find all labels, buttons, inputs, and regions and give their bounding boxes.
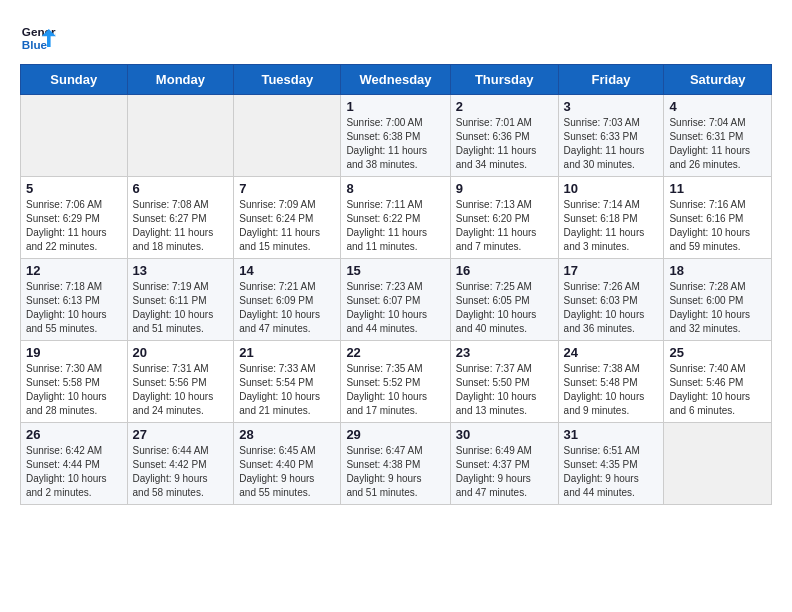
day-number: 3 xyxy=(564,99,659,114)
calendar-week-row: 5Sunrise: 7:06 AM Sunset: 6:29 PM Daylig… xyxy=(21,177,772,259)
calendar-cell xyxy=(21,95,128,177)
calendar-cell: 19Sunrise: 7:30 AM Sunset: 5:58 PM Dayli… xyxy=(21,341,128,423)
calendar-cell: 13Sunrise: 7:19 AM Sunset: 6:11 PM Dayli… xyxy=(127,259,234,341)
day-info: Sunrise: 6:49 AM Sunset: 4:37 PM Dayligh… xyxy=(456,444,553,500)
day-number: 10 xyxy=(564,181,659,196)
page-container: General Blue Sunday Monday Tuesday Wedne… xyxy=(20,20,772,505)
calendar-cell: 2Sunrise: 7:01 AM Sunset: 6:36 PM Daylig… xyxy=(450,95,558,177)
day-info: Sunrise: 7:11 AM Sunset: 6:22 PM Dayligh… xyxy=(346,198,444,254)
day-info: Sunrise: 6:42 AM Sunset: 4:44 PM Dayligh… xyxy=(26,444,122,500)
day-number: 25 xyxy=(669,345,766,360)
calendar-week-row: 12Sunrise: 7:18 AM Sunset: 6:13 PM Dayli… xyxy=(21,259,772,341)
logo-area: General Blue xyxy=(20,20,60,56)
day-info: Sunrise: 7:14 AM Sunset: 6:18 PM Dayligh… xyxy=(564,198,659,254)
calendar-cell: 22Sunrise: 7:35 AM Sunset: 5:52 PM Dayli… xyxy=(341,341,450,423)
calendar-cell: 1Sunrise: 7:00 AM Sunset: 6:38 PM Daylig… xyxy=(341,95,450,177)
calendar-cell: 26Sunrise: 6:42 AM Sunset: 4:44 PM Dayli… xyxy=(21,423,128,505)
day-number: 14 xyxy=(239,263,335,278)
day-number: 6 xyxy=(133,181,229,196)
day-info: Sunrise: 7:35 AM Sunset: 5:52 PM Dayligh… xyxy=(346,362,444,418)
svg-text:Blue: Blue xyxy=(22,38,48,51)
day-number: 15 xyxy=(346,263,444,278)
calendar-cell: 4Sunrise: 7:04 AM Sunset: 6:31 PM Daylig… xyxy=(664,95,772,177)
day-info: Sunrise: 7:40 AM Sunset: 5:46 PM Dayligh… xyxy=(669,362,766,418)
calendar-cell: 20Sunrise: 7:31 AM Sunset: 5:56 PM Dayli… xyxy=(127,341,234,423)
calendar-cell: 30Sunrise: 6:49 AM Sunset: 4:37 PM Dayli… xyxy=(450,423,558,505)
day-info: Sunrise: 7:25 AM Sunset: 6:05 PM Dayligh… xyxy=(456,280,553,336)
header-thursday: Thursday xyxy=(450,65,558,95)
weekday-header-row: Sunday Monday Tuesday Wednesday Thursday… xyxy=(21,65,772,95)
calendar-cell: 11Sunrise: 7:16 AM Sunset: 6:16 PM Dayli… xyxy=(664,177,772,259)
header-tuesday: Tuesday xyxy=(234,65,341,95)
day-number: 31 xyxy=(564,427,659,442)
calendar-cell: 24Sunrise: 7:38 AM Sunset: 5:48 PM Dayli… xyxy=(558,341,664,423)
day-info: Sunrise: 7:09 AM Sunset: 6:24 PM Dayligh… xyxy=(239,198,335,254)
day-number: 19 xyxy=(26,345,122,360)
calendar-cell: 28Sunrise: 6:45 AM Sunset: 4:40 PM Dayli… xyxy=(234,423,341,505)
day-number: 11 xyxy=(669,181,766,196)
day-info: Sunrise: 6:44 AM Sunset: 4:42 PM Dayligh… xyxy=(133,444,229,500)
day-number: 30 xyxy=(456,427,553,442)
day-info: Sunrise: 7:23 AM Sunset: 6:07 PM Dayligh… xyxy=(346,280,444,336)
day-info: Sunrise: 7:03 AM Sunset: 6:33 PM Dayligh… xyxy=(564,116,659,172)
header-sunday: Sunday xyxy=(21,65,128,95)
header-monday: Monday xyxy=(127,65,234,95)
day-number: 21 xyxy=(239,345,335,360)
calendar-cell: 12Sunrise: 7:18 AM Sunset: 6:13 PM Dayli… xyxy=(21,259,128,341)
day-number: 22 xyxy=(346,345,444,360)
day-number: 24 xyxy=(564,345,659,360)
logo-icon: General Blue xyxy=(20,20,56,56)
day-number: 7 xyxy=(239,181,335,196)
day-info: Sunrise: 7:04 AM Sunset: 6:31 PM Dayligh… xyxy=(669,116,766,172)
calendar-cell: 8Sunrise: 7:11 AM Sunset: 6:22 PM Daylig… xyxy=(341,177,450,259)
day-info: Sunrise: 7:21 AM Sunset: 6:09 PM Dayligh… xyxy=(239,280,335,336)
day-number: 13 xyxy=(133,263,229,278)
calendar-cell: 9Sunrise: 7:13 AM Sunset: 6:20 PM Daylig… xyxy=(450,177,558,259)
day-info: Sunrise: 7:38 AM Sunset: 5:48 PM Dayligh… xyxy=(564,362,659,418)
day-info: Sunrise: 7:33 AM Sunset: 5:54 PM Dayligh… xyxy=(239,362,335,418)
calendar-cell xyxy=(234,95,341,177)
calendar-cell: 17Sunrise: 7:26 AM Sunset: 6:03 PM Dayli… xyxy=(558,259,664,341)
day-number: 16 xyxy=(456,263,553,278)
day-number: 4 xyxy=(669,99,766,114)
calendar-cell: 21Sunrise: 7:33 AM Sunset: 5:54 PM Dayli… xyxy=(234,341,341,423)
header-saturday: Saturday xyxy=(664,65,772,95)
header-wednesday: Wednesday xyxy=(341,65,450,95)
calendar-cell: 29Sunrise: 6:47 AM Sunset: 4:38 PM Dayli… xyxy=(341,423,450,505)
day-info: Sunrise: 7:31 AM Sunset: 5:56 PM Dayligh… xyxy=(133,362,229,418)
day-info: Sunrise: 7:26 AM Sunset: 6:03 PM Dayligh… xyxy=(564,280,659,336)
calendar-cell: 23Sunrise: 7:37 AM Sunset: 5:50 PM Dayli… xyxy=(450,341,558,423)
day-number: 17 xyxy=(564,263,659,278)
day-number: 23 xyxy=(456,345,553,360)
day-info: Sunrise: 7:08 AM Sunset: 6:27 PM Dayligh… xyxy=(133,198,229,254)
day-number: 9 xyxy=(456,181,553,196)
calendar-cell: 27Sunrise: 6:44 AM Sunset: 4:42 PM Dayli… xyxy=(127,423,234,505)
day-number: 18 xyxy=(669,263,766,278)
day-number: 12 xyxy=(26,263,122,278)
day-info: Sunrise: 7:01 AM Sunset: 6:36 PM Dayligh… xyxy=(456,116,553,172)
day-number: 28 xyxy=(239,427,335,442)
day-number: 1 xyxy=(346,99,444,114)
calendar-cell: 25Sunrise: 7:40 AM Sunset: 5:46 PM Dayli… xyxy=(664,341,772,423)
calendar-cell xyxy=(664,423,772,505)
calendar-cell: 31Sunrise: 6:51 AM Sunset: 4:35 PM Dayli… xyxy=(558,423,664,505)
day-number: 26 xyxy=(26,427,122,442)
header-friday: Friday xyxy=(558,65,664,95)
day-info: Sunrise: 7:00 AM Sunset: 6:38 PM Dayligh… xyxy=(346,116,444,172)
day-info: Sunrise: 6:45 AM Sunset: 4:40 PM Dayligh… xyxy=(239,444,335,500)
day-number: 20 xyxy=(133,345,229,360)
day-info: Sunrise: 7:30 AM Sunset: 5:58 PM Dayligh… xyxy=(26,362,122,418)
calendar-cell: 3Sunrise: 7:03 AM Sunset: 6:33 PM Daylig… xyxy=(558,95,664,177)
day-info: Sunrise: 7:19 AM Sunset: 6:11 PM Dayligh… xyxy=(133,280,229,336)
calendar-cell: 6Sunrise: 7:08 AM Sunset: 6:27 PM Daylig… xyxy=(127,177,234,259)
day-info: Sunrise: 7:06 AM Sunset: 6:29 PM Dayligh… xyxy=(26,198,122,254)
day-info: Sunrise: 6:51 AM Sunset: 4:35 PM Dayligh… xyxy=(564,444,659,500)
day-info: Sunrise: 6:47 AM Sunset: 4:38 PM Dayligh… xyxy=(346,444,444,500)
calendar-cell: 10Sunrise: 7:14 AM Sunset: 6:18 PM Dayli… xyxy=(558,177,664,259)
day-number: 8 xyxy=(346,181,444,196)
calendar-week-row: 1Sunrise: 7:00 AM Sunset: 6:38 PM Daylig… xyxy=(21,95,772,177)
calendar-cell: 15Sunrise: 7:23 AM Sunset: 6:07 PM Dayli… xyxy=(341,259,450,341)
day-number: 29 xyxy=(346,427,444,442)
calendar-cell: 18Sunrise: 7:28 AM Sunset: 6:00 PM Dayli… xyxy=(664,259,772,341)
calendar-week-row: 19Sunrise: 7:30 AM Sunset: 5:58 PM Dayli… xyxy=(21,341,772,423)
